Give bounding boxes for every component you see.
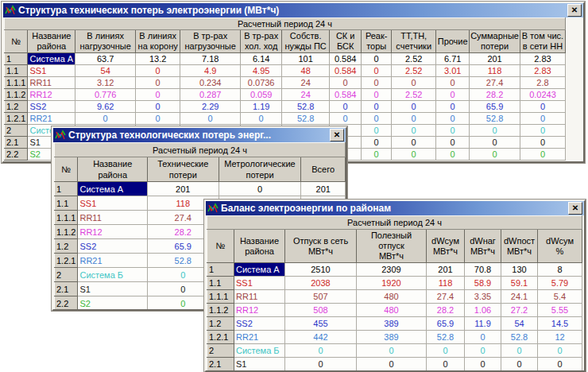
value-cell: 2.83 xyxy=(520,65,565,77)
value-cell: 24.1 xyxy=(501,290,538,304)
value-cell: 0.584 xyxy=(330,89,362,101)
window-title: Структура технологических потерь энерг..… xyxy=(68,130,330,141)
value-cell: 24 xyxy=(282,89,330,101)
table-row[interactable]: 1.1.1RR1150748027.43.3524.15.4 xyxy=(207,290,582,304)
value-cell: 0 xyxy=(520,113,565,125)
column-header: Полезный отпуск МВт*ч xyxy=(357,230,427,263)
region-name: RR11 xyxy=(28,77,75,89)
value-cell: 2.52 xyxy=(392,65,436,77)
titlebar[interactable]: Структура технологических потерь энерг..… xyxy=(53,128,346,142)
value-cell: 28.2 xyxy=(427,304,465,317)
value-cell: 0 xyxy=(436,149,470,161)
value-cell: 0 xyxy=(392,101,436,113)
row-number: 1.1.1 xyxy=(207,290,234,304)
value-cell: 2309 xyxy=(357,263,427,277)
value-cell: 0 xyxy=(75,113,136,125)
table-row[interactable]: 1.2SS29.6202.291.1952.8000065.90 xyxy=(5,101,566,113)
table-row[interactable]: 1Система А63.713.27.186.141010.58402.526… xyxy=(5,53,566,65)
close-icon[interactable]: ✕ xyxy=(568,202,582,215)
region-name: SS1 xyxy=(234,277,285,290)
table-row[interactable]: 1.2SS245538965.911.95414.5 xyxy=(207,317,582,331)
table-row[interactable]: 1Система А2510230920170.81308 xyxy=(207,263,582,277)
value-cell: 118 xyxy=(427,277,465,290)
row-number: 2.2 xyxy=(5,149,28,161)
value-cell: 118 xyxy=(470,65,520,77)
value-cell: 2.52 xyxy=(392,89,436,101)
value-cell: 1.06 xyxy=(465,304,501,317)
value-cell: 0 xyxy=(427,344,465,358)
value-cell: 7.18 xyxy=(180,53,241,65)
value-cell: 0 xyxy=(362,137,392,149)
value-cell: 5.55 xyxy=(538,304,582,317)
value-cell: 0 xyxy=(362,125,392,137)
value-cell: 508 xyxy=(285,304,357,317)
value-cell: 0 xyxy=(392,113,436,125)
app-icon[interactable] xyxy=(207,203,219,214)
column-header: Отпуск в сеть МВт*ч xyxy=(285,230,357,263)
value-cell: 0 xyxy=(465,344,501,358)
value-cell: 5.4 xyxy=(538,290,582,304)
region-name: RR12 xyxy=(234,304,285,317)
table-row[interactable]: 1.2.1RR2144238952.8052.812 xyxy=(207,331,582,344)
column-header: В тр-рах хол. ход xyxy=(241,30,282,53)
table-row[interactable]: 2Система Б000000 xyxy=(207,344,582,358)
value-cell: 3.12 xyxy=(75,77,136,89)
value-cell: 52.8 xyxy=(427,331,465,344)
value-cell: 0 xyxy=(436,125,470,137)
value-cell: 58.9 xyxy=(465,277,501,290)
value-cell: 70.8 xyxy=(465,263,501,277)
value-cell: 1.19 xyxy=(241,101,282,113)
table-row[interactable]: 2.1S1000000 xyxy=(207,358,582,371)
titlebar[interactable]: Баланс электроэнергии по районам ✕ xyxy=(206,201,584,215)
calc-period-label: Расчетный период 24 ч xyxy=(207,216,582,230)
close-icon[interactable]: ✕ xyxy=(330,129,344,141)
table-row[interactable]: 1.1.2RR120.77600.2870.059240.58402.52028… xyxy=(5,89,566,101)
table-row[interactable]: 1.1SS12038192011858.959.15.79 xyxy=(207,277,582,290)
titlebar[interactable]: Структура технических потерь электроэнер… xyxy=(3,3,583,17)
value-cell: 0.0243 xyxy=(520,89,565,101)
value-cell: 0 xyxy=(357,358,427,371)
value-cell: 0 xyxy=(362,53,392,65)
value-cell: 0 xyxy=(520,101,565,113)
table-row[interactable]: 1.1.2RR1250848028.21.0627.25.55 xyxy=(207,304,582,317)
value-cell: 2.29 xyxy=(180,101,241,113)
column-header: СК и БСК xyxy=(330,30,362,53)
value-cell: 6.14 xyxy=(241,53,282,65)
value-cell: 3.35 xyxy=(465,290,501,304)
close-icon[interactable]: ✕ xyxy=(567,4,582,17)
value-cell: 0 xyxy=(427,358,465,371)
row-number: 2.1 xyxy=(5,137,28,149)
value-cell: 0 xyxy=(362,113,392,125)
value-cell: 0.0736 xyxy=(241,77,282,89)
value-cell: 0 xyxy=(136,77,180,89)
value-cell: 0 xyxy=(362,101,392,113)
value-cell: 0.234 xyxy=(180,77,241,89)
column-header: Прочие xyxy=(436,30,470,53)
value-cell: 0 xyxy=(520,137,565,149)
table-row[interactable]: 1Система А2010201 xyxy=(55,182,346,196)
value-cell: 0 xyxy=(219,182,301,196)
app-icon[interactable] xyxy=(5,5,16,16)
value-cell: 52.8 xyxy=(282,101,330,113)
value-cell: 0 xyxy=(392,77,436,89)
calc-period-label: Расчетный период 24 ч xyxy=(55,143,346,157)
region-name: RR11 xyxy=(234,290,285,304)
row-number: 1.1 xyxy=(5,65,28,77)
region-name: RR12 xyxy=(28,89,75,101)
table-row[interactable]: 1.2.1RR21000052.8000052.80 xyxy=(5,113,566,125)
row-number: 1.1.2 xyxy=(207,304,234,317)
value-cell: 12 xyxy=(538,331,582,344)
column-header: ТТ,ТН, счетчики xyxy=(392,30,436,53)
column-header: Метрологические потери xyxy=(219,157,301,182)
value-cell: 0 xyxy=(392,149,436,161)
row-number: 1 xyxy=(55,182,78,196)
value-cell: 201 xyxy=(427,263,465,277)
row-number: 1.2.1 xyxy=(55,254,78,268)
table-row[interactable]: 1.1.1RR113.1200.2340.073624000027.42.8 xyxy=(5,77,566,89)
column-header: Технические потери xyxy=(147,157,219,182)
value-cell: 27.2 xyxy=(501,304,538,317)
table-row[interactable]: 1.1SS15404.94.95480.58402.523.011182.83 xyxy=(5,65,566,77)
region-name: Система А xyxy=(234,263,285,277)
value-cell: 0 xyxy=(520,125,565,137)
app-icon[interactable] xyxy=(55,130,66,141)
